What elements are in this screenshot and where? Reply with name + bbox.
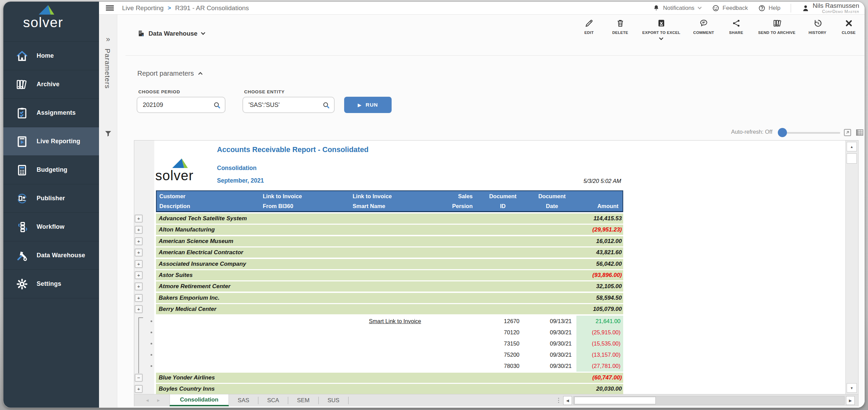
table-row[interactable]: Advanced Tech Satellite System 114,415.5…	[156, 213, 623, 224]
help-icon	[758, 4, 766, 12]
tab-sas[interactable]: SAS	[229, 394, 258, 406]
comment-button[interactable]: COMMENT	[693, 19, 714, 40]
auto-refresh-slider-track[interactable]	[781, 132, 840, 134]
tab-sus[interactable]: SUS	[319, 394, 348, 406]
tab-scroll-right-icon[interactable]: ►	[156, 398, 161, 403]
sidebar-item-label: Settings	[37, 280, 61, 287]
share-button[interactable]: SHARE	[727, 19, 745, 40]
sidebar-item-budgeting[interactable]: Budgeting	[3, 156, 99, 184]
tab-sca[interactable]: SCA	[258, 394, 288, 406]
search-icon[interactable]	[213, 101, 221, 110]
expand-row-button[interactable]: +	[135, 215, 142, 222]
expand-row-button[interactable]: +	[135, 294, 142, 302]
table-row[interactable]: Associated Insurance Company 56,042.00	[156, 259, 623, 269]
vertical-scrollbar-thumb[interactable]	[847, 153, 857, 164]
choose-entity-input[interactable]	[243, 97, 316, 112]
expand-parameters-icon[interactable]: »	[99, 35, 117, 44]
sidebar-item-label: Workflow	[37, 223, 64, 230]
scroll-left-button[interactable]: ◀	[563, 396, 572, 405]
tab-consolidation[interactable]: Consolidation	[170, 394, 229, 406]
notifications-button[interactable]: Notifications	[653, 4, 702, 12]
table-row[interactable]: Blue Yonder Airlines (60,747.00)	[156, 373, 623, 383]
report-actions: EDIT DELETE EXPORT TO EXCEL COMMENT	[580, 19, 858, 40]
table-row[interactable]: Alton Manufacturing (29,951.23)	[156, 225, 623, 235]
open-report-icon[interactable]	[843, 128, 852, 137]
expand-row-button[interactable]: +	[135, 283, 142, 290]
sidebar-item-workflow[interactable]: Workflow	[3, 213, 99, 241]
tab-sem[interactable]: SEM	[288, 394, 318, 406]
filter-icon[interactable]	[104, 129, 113, 138]
choose-period-input[interactable]	[137, 97, 207, 112]
expand-row-button[interactable]: +	[135, 272, 142, 279]
delete-button[interactable]: DELETE	[611, 19, 629, 40]
history-button[interactable]: HISTORY	[808, 19, 827, 40]
amount: (60,747.00)	[592, 373, 622, 383]
table-row[interactable]: Berry Medical Center 105,079.00	[156, 304, 623, 314]
search-icon[interactable]	[322, 101, 331, 110]
data-source-selector[interactable]: Data Warehouse	[137, 30, 205, 37]
sidebar-item-live-reporting[interactable]: Live Reporting	[3, 127, 99, 156]
table-row[interactable]: American Science Museum 16,012.00	[156, 236, 623, 246]
building-icon	[137, 30, 145, 37]
table-row[interactable]: Atmore Retirement Center 32,105.00	[156, 281, 623, 292]
feedback-button[interactable]: Feedback	[712, 4, 748, 12]
customer-name: Advanced Tech Satellite System	[159, 213, 247, 224]
scroll-right-button[interactable]: ▶	[846, 396, 855, 405]
table-row[interactable]: Astor Suites (93,896.00)	[156, 270, 623, 280]
user-org: CorpDemo Master	[813, 9, 859, 14]
report-subtitle: Consolidation	[217, 165, 257, 172]
col-id: ID	[477, 201, 528, 211]
user-menu[interactable]: Nils Rasmussen CorpDemo Master	[801, 2, 859, 14]
breadcrumb: Live Reporting > R391 - AR Consolidation…	[122, 4, 249, 12]
vertical-scrollbar[interactable]	[845, 141, 858, 394]
table-row[interactable]: Boyles Country Inns 20,030.00	[156, 384, 623, 394]
customer-name: Berry Medical Center	[159, 304, 216, 314]
sidebar-item-data-warehouse[interactable]: Data Warehouse	[3, 241, 99, 270]
table-row[interactable]: American Electrical Contractor 43,821.60	[156, 247, 623, 258]
smart-link-to-invoice[interactable]: Smart Link to Invoice	[349, 316, 441, 327]
table-view-icon[interactable]	[855, 128, 864, 137]
menu-icon[interactable]	[106, 5, 114, 11]
sidebar-item-home[interactable]: Home	[3, 42, 99, 70]
edit-button[interactable]: EDIT	[580, 19, 598, 40]
auto-refresh-slider-knob[interactable]	[778, 128, 787, 137]
expand-row-button[interactable]: +	[135, 260, 142, 268]
sidebar-item-assignments[interactable]: Assignments	[3, 99, 99, 127]
help-label: Help	[769, 5, 781, 12]
sidebar-item-publisher[interactable]: Publisher	[3, 184, 99, 213]
auto-refresh-label: Auto-refresh: Off	[731, 129, 772, 135]
expand-row-button[interactable]: +	[135, 238, 142, 245]
clipboard-icon	[16, 107, 28, 119]
detail-amount: (15,535.00)	[576, 338, 622, 349]
expand-row-button[interactable]: +	[135, 226, 142, 234]
delete-label: DELETE	[612, 31, 628, 35]
close-button[interactable]: CLOSE	[840, 19, 858, 40]
expand-row-button[interactable]: +	[135, 249, 142, 256]
sidebar-item-archive[interactable]: Archive	[3, 70, 99, 99]
scroll-down-button[interactable]: ▼	[847, 383, 857, 393]
scroll-up-button[interactable]: ▲	[847, 142, 857, 151]
collapse-row-button[interactable]: −	[135, 374, 142, 381]
run-button[interactable]: ▶ RUN	[344, 97, 392, 113]
expand-row-button[interactable]: +	[135, 385, 142, 393]
chevron-down-icon	[201, 32, 205, 35]
horizontal-scrollbar-track[interactable]	[573, 396, 845, 405]
help-button[interactable]: Help	[758, 4, 781, 12]
customer-name: Associated Insurance Company	[159, 259, 246, 269]
breadcrumb-section[interactable]: Live Reporting	[122, 4, 164, 12]
horizontal-scrollbar-thumb[interactable]	[574, 397, 656, 404]
resize-handle[interactable]	[558, 398, 559, 403]
solver-logo[interactable]: solver	[3, 2, 99, 42]
export-to-excel-button[interactable]: EXPORT TO EXCEL	[642, 19, 680, 40]
detail-row: 78030 09/30/21 (27,781.00)	[156, 360, 623, 372]
detail-row: 70120 09/30/21 (25,915.00)	[156, 327, 623, 338]
tab-scroll-left-icon[interactable]: ◄	[145, 398, 150, 403]
report-parameters-toggle[interactable]: Report parameters	[137, 70, 203, 77]
table-row[interactable]: Bakers Emporium Inc. 58,594.50	[156, 293, 623, 303]
col-document-1: Document	[477, 191, 528, 201]
sidebar-item-settings[interactable]: Settings	[3, 270, 99, 298]
document-date: 09/30/21	[529, 360, 576, 372]
col-date: Date	[528, 201, 576, 211]
send-to-archive-button[interactable]: SEND TO ARCHIVE	[758, 19, 795, 40]
expand-row-button[interactable]: +	[135, 305, 142, 313]
